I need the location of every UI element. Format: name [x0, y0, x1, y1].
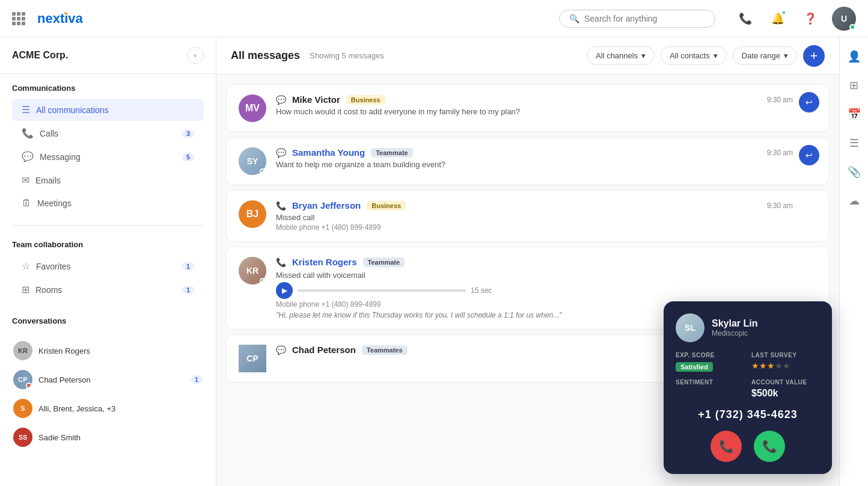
call-contact-details: Skylar Lin Mediscopic	[712, 318, 757, 337]
last-survey-section: LAST SURVEY ★★★★★	[751, 352, 820, 372]
last-survey-label: LAST SURVEY	[751, 352, 820, 358]
reply-button-samantha[interactable]: ↩	[799, 145, 819, 165]
message-card-samantha-young: SY 💬 Samantha Young Teammate Want to hel…	[226, 137, 830, 185]
chat-icon-chad: 💬	[276, 345, 286, 355]
avatar-samantha-young: SY	[239, 147, 266, 175]
exp-score-label: EXP. SCORE	[676, 352, 744, 358]
sidebar-item-rooms[interactable]: ⊞ Rooms 1	[12, 278, 204, 301]
emails-label: Emails	[35, 176, 194, 185]
conv-item-sadie-smith[interactable]: SS Sadie Smith	[7, 423, 209, 452]
conv-name-chad: Chad Peterson	[38, 375, 185, 384]
apps-icon[interactable]	[12, 12, 25, 25]
conv-item-alli-group[interactable]: S Alli, Brent, Jessica, +3	[7, 394, 209, 423]
exp-score-badge: Satisfied	[676, 362, 713, 372]
collapse-sidebar-button[interactable]: ‹	[187, 47, 204, 64]
calls-badge: 3	[182, 129, 194, 138]
all-comms-label: All communications	[36, 105, 194, 115]
help-icon[interactable]: ❓	[799, 8, 821, 29]
filter-buttons: All channels ▾ All contacts ▾ Date range…	[587, 45, 825, 67]
avatar-mike-victor: MV	[239, 94, 266, 122]
call-contact-name: Skylar Lin	[712, 318, 757, 329]
calendar-icon[interactable]: 📅	[845, 105, 864, 124]
message-card-mike-victor: MV 💬 Mike Victor Business How much would…	[226, 84, 830, 132]
play-button-kristen[interactable]: ▶	[276, 282, 293, 299]
sentiment-section: SENTIMENT	[676, 379, 744, 399]
call-contact-company: Mediscopic	[712, 329, 757, 337]
call-overlay: SL Skylar Lin Mediscopic EXP. SCORE Sati…	[664, 301, 832, 474]
bell-icon[interactable]: 🔔	[767, 8, 789, 29]
conversations-title: Conversations	[12, 316, 204, 325]
team-collab-title: Team collaboration	[12, 240, 204, 249]
sentiment-label: SENTIMENT	[676, 379, 744, 386]
sidebar-item-messaging[interactable]: 💬 Messaging 5	[12, 146, 204, 168]
phone-icon[interactable]: 📞	[735, 8, 756, 29]
sender-name-bryan: Bryan Jefferson	[292, 200, 361, 211]
all-contacts-filter[interactable]: All contacts ▾	[661, 46, 726, 65]
survey-stars: ★★★★★	[751, 361, 820, 371]
user-avatar[interactable]: U	[832, 7, 856, 31]
account-value: $500k	[751, 388, 820, 399]
msg-body-samantha: 💬 Samantha Young Teammate Want to help m…	[276, 147, 817, 169]
all-comms-icon: ☰	[22, 104, 30, 115]
add-message-button[interactable]: +	[803, 45, 825, 67]
sidebar: ACME Corp. ‹ Communications ☰ All commun…	[0, 37, 216, 486]
favorites-badge: 1	[182, 262, 194, 271]
voicemail-player-kristen: Missed call with voicemail	[276, 269, 817, 280]
avatar-chad-peterson: CP	[239, 345, 266, 372]
tag-bryan: Business	[367, 201, 406, 211]
meetings-label: Meetings	[37, 198, 194, 208]
messages-title: All messages	[231, 49, 300, 62]
search-icon: 🔍	[569, 14, 579, 23]
company-name: ACME Corp.	[12, 50, 68, 61]
search-input[interactable]	[584, 14, 705, 23]
cloud-icon[interactable]: ☁	[845, 191, 864, 211]
call-metrics: EXP. SCORE Satisfied LAST SURVEY ★★★★★ S…	[676, 352, 820, 399]
conv-item-kristen-rogers[interactable]: KR Kristen Rogers	[7, 336, 209, 365]
date-range-filter[interactable]: Date range ▾	[733, 46, 797, 65]
msg-text-bryan: Missed call	[276, 213, 817, 222]
search-bar[interactable]: 🔍	[559, 10, 715, 28]
message-card-bryan-jefferson: BJ 📞 Bryan Jefferson Business Missed cal…	[226, 190, 830, 242]
emails-icon: ✉	[22, 174, 29, 186]
msg-body-bryan: 📞 Bryan Jefferson Business Missed call M…	[276, 200, 817, 232]
answer-call-button[interactable]: 📞	[754, 431, 785, 462]
account-value-label: ACCOUNT VALUE	[751, 379, 820, 386]
sidebar-item-favorites[interactable]: ☆ Favorites 1	[12, 255, 204, 277]
msg-time-samantha: 9:30 am	[767, 149, 793, 157]
sender-name-mike-victor: Mike Victor	[292, 94, 340, 105]
call-avatar-img: SL	[676, 313, 704, 342]
tag-samantha: Teammate	[371, 148, 413, 158]
conv-avatar-alli: S	[13, 399, 32, 418]
rooms-badge: 1	[182, 286, 194, 294]
attachment-icon[interactable]: 📎	[845, 162, 864, 182]
reply-button-mike-victor[interactable]: ↩	[799, 92, 819, 112]
tag-kristen: Teammate	[363, 257, 405, 267]
favorites-label: Favorites	[36, 262, 176, 271]
conv-item-chad-peterson[interactable]: CP Chad Peterson 1	[7, 365, 209, 394]
communications-section: Communications ☰ All communications 📞 Ca…	[0, 74, 216, 220]
logo[interactable]: ● nextiva	[37, 11, 83, 26]
chat-icon-samantha: 💬	[276, 148, 286, 158]
call-avatar: SL	[676, 313, 704, 342]
nav-icons: 📞 🔔 ❓ U	[735, 7, 856, 31]
call-action-buttons: 📞 📞	[676, 431, 820, 462]
table-icon[interactable]: ⊞	[845, 76, 864, 95]
sender-name-samantha: Samantha Young	[292, 147, 365, 158]
all-channels-filter[interactable]: All channels ▾	[587, 46, 655, 65]
sidebar-item-emails[interactable]: ✉ Emails	[12, 169, 204, 191]
msg-body-mike-victor: 💬 Mike Victor Business How much would it…	[276, 94, 817, 116]
conv-name-alli: Alli, Brent, Jessica, +3	[38, 404, 203, 413]
voicemail-label: Missed call with voicemail	[276, 271, 365, 280]
sidebar-item-meetings[interactable]: 🗓 Meetings	[12, 192, 204, 214]
sidebar-item-calls[interactable]: 📞 Calls 3	[12, 122, 204, 144]
chevron-down-icon: ▾	[641, 51, 646, 60]
chevron-down-icon: ▾	[784, 51, 788, 60]
team-collaboration-section: Team collaboration ☆ Favorites 1 ⊞ Rooms…	[0, 230, 216, 307]
sidebar-item-all-communications[interactable]: ☰ All communications	[12, 99, 204, 121]
list-icon[interactable]: ☰	[845, 134, 864, 153]
voicemail-controls: ▶ 15 sec	[276, 282, 817, 299]
rooms-label: Rooms	[35, 285, 176, 295]
contact-icon[interactable]: 👤	[845, 47, 864, 66]
end-call-button[interactable]: 📞	[711, 431, 742, 462]
meetings-icon: 🗓	[22, 198, 31, 209]
